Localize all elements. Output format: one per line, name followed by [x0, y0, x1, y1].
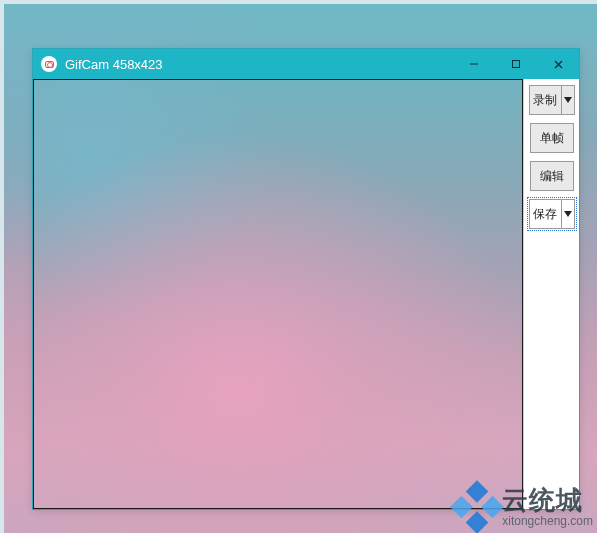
chevron-down-icon [564, 97, 572, 103]
save-button[interactable]: 保存 [529, 199, 561, 229]
close-button[interactable] [537, 49, 579, 79]
watermark-url: xitongcheng.com [502, 515, 593, 527]
svg-marker-4 [564, 97, 572, 103]
capture-viewport[interactable] [33, 79, 523, 509]
svg-marker-5 [564, 211, 572, 217]
svg-rect-1 [513, 61, 520, 68]
sidebar: 录制 单帧 编辑 保存 [523, 79, 579, 509]
camera-icon [45, 61, 54, 68]
titlebar[interactable]: GifCam 458x423 [33, 49, 579, 79]
record-button[interactable]: 录制 [529, 85, 561, 115]
save-dropdown[interactable] [561, 199, 575, 229]
record-button-group: 录制 [529, 85, 575, 115]
app-icon [41, 56, 57, 72]
minimize-button[interactable] [453, 49, 495, 79]
maximize-button[interactable] [495, 49, 537, 79]
chevron-down-icon [564, 211, 572, 217]
single-frame-button[interactable]: 单帧 [530, 123, 574, 153]
edit-button[interactable]: 编辑 [530, 161, 574, 191]
client-area: 录制 单帧 编辑 保存 [33, 79, 579, 509]
window-title: GifCam 458x423 [65, 57, 163, 72]
desktop-background: GifCam 458x423 录制 单帧 [0, 0, 597, 533]
save-button-group: 保存 [529, 199, 575, 229]
app-window: GifCam 458x423 录制 单帧 [32, 48, 580, 510]
record-dropdown[interactable] [561, 85, 575, 115]
